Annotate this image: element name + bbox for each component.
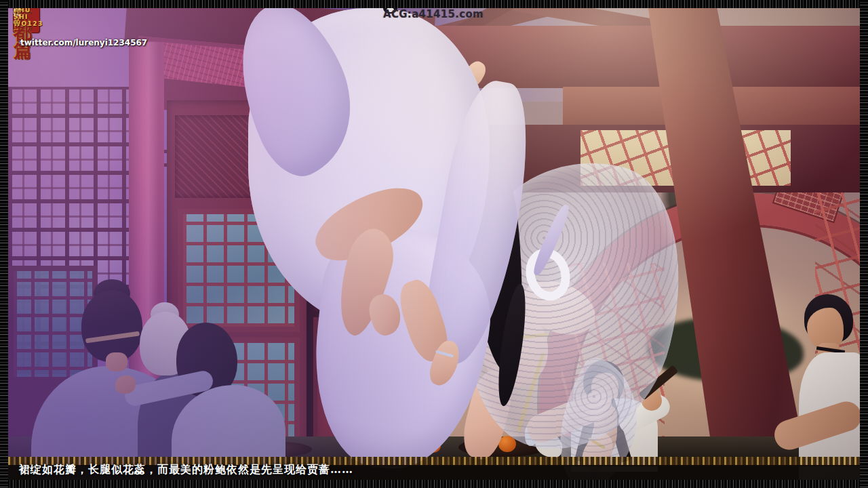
frame-border-left <box>0 0 8 488</box>
watcher-head <box>81 290 142 362</box>
watcher2-hand <box>115 375 136 394</box>
caption-text: 裙绽如花瓣，长腿似花蕊，而最美的粉鲍依然是先呈现给贾蔷…… <box>19 463 353 477</box>
artwork-page: 裙绽如花瓣，长腿似花蕊，而最美的粉鲍依然是先呈现给贾蔷…… 侠 神 传 雕 大都… <box>0 0 868 488</box>
artist-suffix: 作品 <box>14 7 20 26</box>
frame-border-bottom <box>0 480 868 488</box>
watcher-neck <box>106 352 127 371</box>
twitter-watermark: twitter.com/lurenyi1234567 <box>20 38 147 47</box>
frame-border-right <box>860 0 868 488</box>
frame-border-top <box>0 0 868 8</box>
